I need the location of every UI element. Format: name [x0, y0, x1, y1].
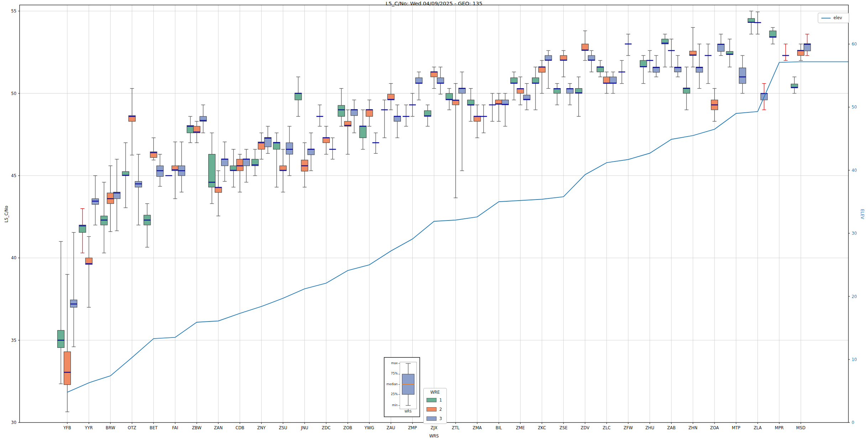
- y-tick-label-left: 30: [11, 420, 16, 425]
- x-tick-label: ZBW: [192, 425, 202, 430]
- x-tick-label: ZJX: [431, 425, 438, 430]
- boxplot-box-wre2: [366, 110, 373, 116]
- x-tick-label: MPR: [775, 425, 784, 430]
- chart-title: L5_C/No: Wed 04/09/2025 - GEO: 135: [20, 1, 848, 6]
- boxplot-box-wre1: [273, 142, 280, 149]
- boxplot-box-wre2: [582, 44, 589, 51]
- boxplot-box-wre3: [610, 77, 616, 84]
- elev-legend-label: elev: [833, 15, 842, 20]
- x-tick-label: ZOA: [710, 425, 719, 430]
- x-tick-label: ZME: [516, 425, 525, 430]
- inset-label-min: min: [376, 403, 398, 407]
- x-tick-label: ZMA: [473, 425, 482, 430]
- y-tick-label-right: 0: [852, 420, 854, 425]
- x-tick-label: YFB: [63, 425, 71, 430]
- y-axis-label-left: L5_C/No: [4, 203, 9, 225]
- wre1-swatch-icon: [427, 398, 436, 402]
- x-tick-label: OTZ: [128, 425, 136, 430]
- boxplot-box-wre3: [265, 138, 271, 147]
- x-tick-label: BIL: [496, 425, 502, 430]
- x-tick-label: FAI: [172, 425, 178, 430]
- x-tick-label: MSD: [796, 425, 805, 430]
- x-tick-label: ZFW: [624, 425, 633, 430]
- chart-figure: 3035404550550102030405060YFBYYRBRWOTZBET…: [0, 0, 868, 441]
- x-tick-label: ZTL: [452, 425, 460, 430]
- boxplot-box-wre3: [717, 44, 724, 52]
- wre-legend-title: WRE: [424, 390, 446, 395]
- boxplot-box-wre1: [640, 60, 647, 67]
- boxplot-box-wre2: [236, 159, 243, 171]
- x-tick-label: ZAB: [667, 425, 676, 430]
- y-tick-label-right: 30: [852, 231, 857, 236]
- x-tick-label: ZHU: [645, 425, 654, 430]
- x-tick-label: BET: [150, 425, 158, 430]
- wre2-swatch-icon: [427, 407, 436, 411]
- boxplot-box-wre3: [415, 78, 422, 84]
- y-tick-label-right: 60: [852, 42, 857, 47]
- x-tick-label: ZKC: [538, 425, 546, 430]
- y-tick-label-left: 35: [11, 338, 16, 343]
- x-tick-label: CDB: [235, 425, 244, 430]
- x-tick-label: ZDV: [581, 425, 590, 430]
- x-tick-label: ZAU: [387, 425, 395, 430]
- boxplot-box-wre1: [295, 93, 302, 100]
- y-tick-label-right: 50: [852, 105, 857, 110]
- wre2-label: 2: [439, 407, 442, 412]
- x-tick-label: ZHN: [689, 425, 697, 430]
- x-tick-label: ZNY: [257, 425, 266, 430]
- y-axis-label-right: ELEV: [860, 203, 865, 225]
- wre-legend-entry-2: 2: [427, 407, 442, 412]
- wre-legend: WRE 1 2 3: [423, 388, 447, 424]
- boxplot-box-wre1: [58, 330, 64, 348]
- boxplot-box-wre2: [64, 352, 71, 385]
- inset-label-75: 75%: [376, 372, 398, 375]
- boxplot-box-wre1: [446, 93, 453, 100]
- x-tick-label: ZLA: [754, 425, 762, 430]
- wre1-label: 1: [439, 398, 442, 403]
- x-tick-label: MTP: [732, 425, 741, 430]
- x-tick-label: ZLC: [603, 425, 611, 430]
- x-tick-label: ZSU: [279, 425, 287, 430]
- boxplot-box-wre1: [338, 105, 345, 116]
- y-tick-label-left: 55: [11, 9, 16, 14]
- x-tick-label: BRW: [106, 425, 115, 430]
- inset-label-median: median: [376, 382, 398, 386]
- x-tick-label: ZOB: [343, 425, 352, 430]
- boxplot-box-wre3: [739, 68, 746, 84]
- x-tick-label: YYR: [85, 425, 93, 430]
- boxplot-box-wre1: [360, 126, 366, 138]
- x-tick-label: JNU: [300, 425, 308, 430]
- boxplot-box-wre1: [511, 78, 517, 84]
- boxplot-box-wre1: [532, 78, 539, 84]
- inset-label-25: 25%: [376, 392, 398, 396]
- x-tick-label: ZSE: [560, 425, 568, 430]
- boxplot-box-wre3: [351, 110, 357, 116]
- boxplot-box-wre2: [603, 77, 610, 84]
- x-tick-label: YWG: [364, 425, 374, 430]
- elev-legend: elev: [818, 13, 849, 23]
- boxplot-box-wre3: [286, 143, 293, 154]
- x-tick-label: ZMP: [408, 425, 417, 430]
- boxplot-box-wre3: [437, 78, 444, 84]
- y-tick-label-right: 10: [852, 357, 857, 362]
- wre-legend-entry-3: 3: [427, 416, 442, 421]
- boxplot-box-wre3: [243, 159, 250, 166]
- y-tick-label-left: 40: [11, 255, 16, 260]
- inset-label-max: max: [376, 361, 398, 365]
- y-tick-label-left: 50: [11, 91, 16, 96]
- boxplot-box-wre2: [539, 67, 545, 73]
- x-tick-label: ZDC: [322, 425, 331, 430]
- x-tick-label: ZAN: [214, 425, 223, 430]
- boxplot-box-wre1: [769, 31, 776, 38]
- boxplot-box-wre3: [221, 159, 228, 166]
- wre3-label: 3: [439, 416, 442, 421]
- inset-xlabel: WRS: [397, 410, 419, 413]
- boxplot-canvas: 3035404550550102030405060YFBYYRBRWOTZBET…: [0, 0, 868, 441]
- y-tick-label-right: 20: [852, 294, 857, 299]
- y-tick-label-right: 40: [852, 168, 857, 173]
- boxplot-box-wre3: [308, 149, 314, 155]
- wre3-swatch-icon: [427, 416, 436, 421]
- x-axis-label: WRS: [20, 434, 848, 439]
- y-tick-label-left: 45: [11, 173, 16, 178]
- wre-legend-entry-1: 1: [427, 398, 442, 403]
